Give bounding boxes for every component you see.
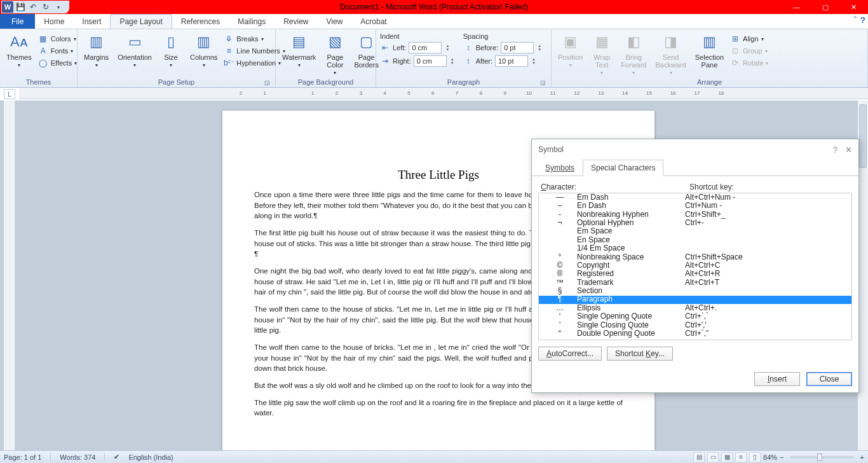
proofing-icon[interactable]: ✔ xyxy=(114,453,119,461)
special-char-row[interactable]: –En DashCtrl+Num - xyxy=(539,202,851,210)
ribbon: Aᴀ Themes ▾ ▦Colors ▾ AFonts ▾ ◯Effects … xyxy=(0,29,868,88)
autocorrect-button[interactable]: AutoCorrect... xyxy=(538,347,602,361)
spacing-after-icon: ↕ xyxy=(463,56,473,66)
theme-fonts-button[interactable]: AFonts ▾ xyxy=(38,45,77,57)
view-outline-icon[interactable]: ≡ xyxy=(735,452,747,462)
watermark-icon: ▤ xyxy=(289,32,309,52)
special-char-row[interactable]: ®RegisteredAlt+Ctrl+R xyxy=(539,270,851,279)
char-symbol: ‘ xyxy=(543,312,577,321)
line-numbers-icon: ≡ xyxy=(224,46,234,56)
tab-mailings[interactable]: Mailings xyxy=(229,14,275,29)
group-themes: Aᴀ Themes ▾ ▦Colors ▾ AFonts ▾ ◯Effects … xyxy=(0,29,78,87)
selection-pane-icon: ▥ xyxy=(699,32,719,52)
tab-references[interactable]: References xyxy=(172,14,229,29)
group-label: Arrange xyxy=(555,78,864,87)
group-label: Page Setup◲ xyxy=(81,78,271,87)
ruler-tick: 18 xyxy=(709,90,733,96)
vertical-scrollbar[interactable] xyxy=(858,100,868,450)
orientation-button[interactable]: ▭Orientation▾ xyxy=(115,31,154,69)
ribbon-minimize-icon[interactable]: ˆ xyxy=(854,15,857,25)
minimize-button[interactable]: — xyxy=(782,0,811,14)
zoom-out-button[interactable]: − xyxy=(780,453,783,461)
indent-left-input[interactable]: 0 cm xyxy=(409,42,442,53)
undo-icon[interactable]: ↶ xyxy=(27,1,39,13)
spacing-after-input[interactable]: 10 pt xyxy=(495,55,528,67)
tab-selector-button[interactable]: L xyxy=(4,89,15,99)
size-button[interactable]: ▯Size▾ xyxy=(158,31,184,69)
save-icon[interactable]: 💾 xyxy=(15,1,26,13)
ruler-tick: 10 xyxy=(517,90,541,96)
ruler-tick: 7 xyxy=(445,90,469,96)
position-icon: ▣ xyxy=(560,32,581,52)
hyphenation-icon: bᶜ⁻ xyxy=(224,58,234,68)
selection-pane-button[interactable]: ▥Selection Pane xyxy=(693,31,726,70)
tab-page-layout[interactable]: Page Layout xyxy=(110,14,172,29)
window-title: Document1 - Microsoft Word (Product Acti… xyxy=(340,3,528,11)
horizontal-ruler[interactable]: 21123456789101112131415161718 xyxy=(19,88,868,99)
file-tab[interactable]: File xyxy=(0,14,35,29)
help-icon[interactable]: ? xyxy=(860,15,865,25)
char-shortcut: Ctrl+Num - xyxy=(685,202,848,211)
group-label: Page Background xyxy=(280,78,372,87)
ruler-tick: 2 xyxy=(229,90,253,96)
view-web-layout-icon[interactable]: ▦ xyxy=(721,452,733,462)
qat-customize-icon[interactable]: ▾ xyxy=(53,1,64,13)
align-button[interactable]: ⊞Align ▾ xyxy=(730,33,768,45)
language-status[interactable]: English (India) xyxy=(128,453,173,461)
group-page-background: ▤Watermark▾ ▧Page Color▾ ▢Page Borders P… xyxy=(276,29,376,87)
shortcut-key-button[interactable]: Shortcut Key... xyxy=(607,347,673,361)
scrollbar-thumb[interactable] xyxy=(859,104,867,168)
dialog-help-icon[interactable]: ? xyxy=(833,145,837,155)
tab-view[interactable]: View xyxy=(318,14,352,29)
dialog-close-icon[interactable]: ✕ xyxy=(845,145,852,155)
group-label: Themes xyxy=(4,78,73,87)
special-char-row[interactable]: Em Space xyxy=(539,228,851,236)
character-header: Character: xyxy=(541,183,689,191)
dialog-launcher-icon[interactable]: ◲ xyxy=(540,79,546,86)
ruler-tick: 8 xyxy=(469,90,493,96)
special-char-row[interactable]: 1/4 Em Space xyxy=(539,244,851,252)
watermark-button[interactable]: ▤Watermark▾ xyxy=(280,31,318,69)
indent-right-input[interactable]: 0 cm xyxy=(414,55,447,67)
tab-symbols[interactable]: Symbols xyxy=(537,160,583,176)
word-count[interactable]: Words: 374 xyxy=(60,453,95,461)
theme-colors-button[interactable]: ▦Colors ▾ xyxy=(38,33,77,45)
dialog-title: Symbol xyxy=(538,145,564,154)
special-characters-list[interactable]: —Em DashAlt+Ctrl+Num -–En DashCtrl+Num -… xyxy=(538,193,852,340)
ribbon-tabs: File Home Insert Page Layout References … xyxy=(0,14,868,29)
zoom-slider[interactable] xyxy=(790,456,854,459)
close-button[interactable]: Close xyxy=(806,372,852,386)
columns-button[interactable]: ▥Columns▾ xyxy=(187,31,220,69)
tab-acrobat[interactable]: Acrobat xyxy=(351,14,395,29)
insert-button[interactable]: Insert xyxy=(754,372,800,386)
char-shortcut: Alt+Ctrl+. xyxy=(685,304,848,313)
zoom-in-button[interactable]: + xyxy=(860,453,864,461)
effects-icon: ◯ xyxy=(38,58,48,68)
wrap-text-button: ▦Wrap Text▾ xyxy=(589,31,614,77)
theme-effects-button[interactable]: ◯Effects ▾ xyxy=(38,57,77,69)
shortcut-key-header: Shortcut key: xyxy=(689,183,734,191)
tab-review[interactable]: Review xyxy=(275,14,317,29)
redo-icon[interactable]: ↻ xyxy=(40,1,51,13)
special-char-row[interactable]: “Double Opening QuoteCtrl+`," xyxy=(539,329,851,338)
close-window-button[interactable]: ✕ xyxy=(839,0,868,14)
view-full-screen-icon[interactable]: ▭ xyxy=(707,452,719,462)
page-color-button[interactable]: ▧Page Color▾ xyxy=(322,31,348,77)
colors-icon: ▦ xyxy=(38,34,48,44)
spacing-before-input[interactable]: 0 pt xyxy=(501,42,534,53)
special-char-row[interactable]: ‘Single Opening QuoteCtrl+`,` xyxy=(539,312,851,321)
tab-insert[interactable]: Insert xyxy=(73,14,110,29)
dialog-launcher-icon[interactable]: ◲ xyxy=(264,79,270,86)
vertical-ruler[interactable] xyxy=(4,100,15,450)
maximize-button[interactable]: ▢ xyxy=(811,0,839,14)
tab-special-characters[interactable]: Special Characters xyxy=(583,160,663,176)
view-print-layout-icon[interactable]: ▤ xyxy=(693,452,705,462)
page-status[interactable]: Page: 1 of 1 xyxy=(4,453,41,461)
tab-home[interactable]: Home xyxy=(35,14,73,29)
view-draft-icon[interactable]: ▯ xyxy=(749,452,761,462)
themes-button[interactable]: Aᴀ Themes ▾ xyxy=(4,31,34,69)
ruler-tick: 9 xyxy=(493,90,517,96)
zoom-level[interactable]: 84% xyxy=(763,453,777,461)
zoom-slider-thumb[interactable] xyxy=(817,453,822,461)
margins-button[interactable]: ▥Margins▾ xyxy=(81,31,111,69)
